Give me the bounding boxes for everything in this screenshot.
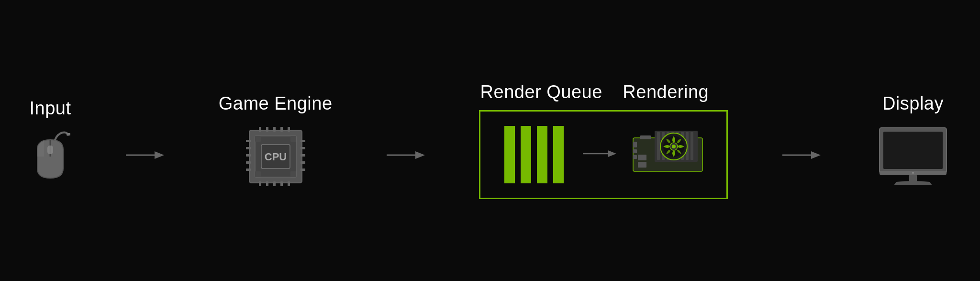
svg-rect-31 bbox=[255, 171, 261, 177]
svg-rect-14 bbox=[259, 181, 261, 186]
stage-input-label: Input bbox=[29, 98, 71, 119]
queue-bar-4 bbox=[553, 126, 564, 183]
svg-rect-17 bbox=[280, 181, 283, 186]
svg-rect-56 bbox=[638, 155, 646, 160]
stage-display-label: Display bbox=[882, 93, 944, 114]
svg-rect-29 bbox=[255, 136, 261, 142]
svg-rect-28 bbox=[301, 169, 305, 171]
green-box-content bbox=[479, 110, 728, 199]
render-queue-icon bbox=[500, 121, 568, 188]
svg-rect-16 bbox=[273, 181, 276, 186]
svg-text:CPU: CPU bbox=[264, 151, 286, 163]
svg-rect-12 bbox=[280, 127, 283, 132]
svg-marker-34 bbox=[415, 151, 425, 159]
svg-marker-59 bbox=[811, 151, 821, 159]
svg-rect-32 bbox=[290, 171, 296, 177]
svg-rect-54 bbox=[633, 155, 637, 159]
arrow-1 bbox=[126, 148, 164, 162]
svg-rect-10 bbox=[266, 127, 268, 132]
svg-rect-23 bbox=[246, 169, 251, 171]
svg-rect-63 bbox=[909, 175, 917, 182]
svg-rect-21 bbox=[246, 154, 251, 157]
svg-rect-27 bbox=[301, 161, 305, 164]
stage-game-engine: Game Engine CPU bbox=[219, 93, 333, 188]
svg-rect-26 bbox=[301, 154, 305, 157]
arrow-3 bbox=[782, 148, 821, 162]
svg-rect-40 bbox=[657, 132, 660, 160]
svg-rect-30 bbox=[290, 136, 296, 142]
svg-marker-36 bbox=[608, 150, 617, 157]
queue-bar-1 bbox=[504, 126, 515, 183]
svg-rect-22 bbox=[246, 161, 251, 164]
svg-point-51 bbox=[672, 145, 676, 148]
svg-rect-2 bbox=[67, 133, 70, 135]
svg-rect-53 bbox=[633, 149, 637, 153]
svg-rect-19 bbox=[246, 140, 251, 142]
svg-point-64 bbox=[912, 172, 914, 174]
svg-rect-61 bbox=[883, 132, 943, 169]
arrow-inner bbox=[583, 148, 616, 161]
queue-bar-2 bbox=[521, 126, 531, 183]
stage-rendering-label: Rendering bbox=[603, 82, 728, 102]
green-box-labels: Render Queue Rendering bbox=[479, 82, 728, 102]
monitor-icon bbox=[875, 125, 951, 188]
green-box-wrapper: Render Queue Rendering bbox=[479, 82, 728, 199]
svg-rect-9 bbox=[259, 127, 261, 132]
cpu-icon: CPU bbox=[245, 125, 307, 188]
svg-rect-55 bbox=[640, 135, 651, 139]
queue-bar-3 bbox=[537, 126, 547, 183]
arrow-2 bbox=[387, 148, 425, 162]
svg-rect-15 bbox=[266, 181, 268, 186]
svg-rect-13 bbox=[288, 127, 290, 132]
stage-input: Input bbox=[29, 98, 72, 183]
svg-rect-25 bbox=[301, 147, 305, 149]
svg-rect-24 bbox=[301, 140, 305, 142]
svg-rect-52 bbox=[633, 142, 637, 147]
svg-rect-47 bbox=[690, 132, 693, 160]
svg-rect-57 bbox=[638, 162, 646, 168]
mouse-icon bbox=[29, 130, 72, 183]
svg-rect-11 bbox=[273, 127, 276, 132]
stage-game-engine-label: Game Engine bbox=[219, 93, 333, 114]
stage-display: Display bbox=[875, 93, 951, 188]
svg-rect-1 bbox=[47, 146, 53, 154]
svg-rect-18 bbox=[288, 181, 290, 186]
pipeline-diagram: Input Game En bbox=[0, 82, 980, 199]
svg-rect-20 bbox=[246, 147, 251, 149]
svg-marker-4 bbox=[155, 151, 164, 159]
gpu-icon bbox=[631, 128, 707, 181]
stage-render-queue-label: Render Queue bbox=[479, 82, 603, 102]
